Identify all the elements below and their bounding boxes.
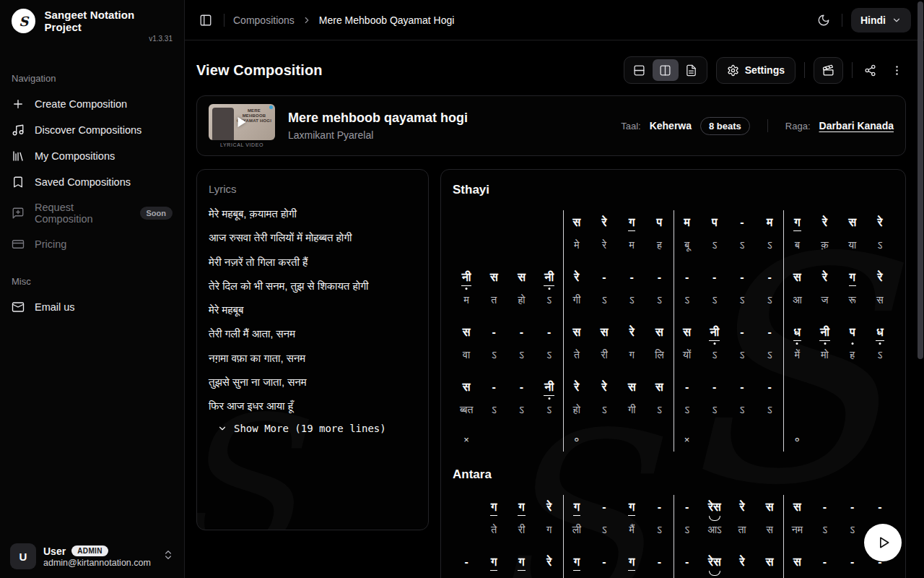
sidebar-item-create-composition[interactable]: Create Composition [0,91,184,117]
swara: - [767,379,772,395]
swara: - [601,269,606,285]
clapperboard-icon[interactable] [814,57,843,84]
notation-beat: नीऽ [536,379,563,418]
notation-beat: -ऽ [811,499,838,538]
view-document-icon[interactable] [679,59,705,81]
language-dropdown[interactable]: Hindi [851,8,911,33]
taal-marker [839,434,866,447]
notation-beat: गते [480,499,507,538]
lyric-line: तेरे दिल को भी सनम, तुझ से शिकायत होगी [209,279,417,293]
more-options-kebab-icon[interactable] [888,61,906,79]
lyric-syllable: ऽ [645,524,673,538]
breadcrumb-parent[interactable]: Compositions [233,14,295,26]
swara: नी [461,269,472,286]
lyric-syllable: ऽ [811,524,838,538]
notation-beat: गमैं [618,499,645,538]
lyric-syllable: ब्बत [453,404,480,418]
notation-beat: -ऽ [839,499,866,538]
notation-beat: -ऽ [756,324,783,363]
notation-beat: -ऽ [728,215,756,254]
lyric-syllable: ऽ [590,524,618,538]
app-logo-icon: S [12,9,35,33]
view-rows-icon[interactable] [627,59,653,81]
notation-beat: -ऽ [674,269,701,309]
soon-badge: Soon [140,207,173,220]
swara: - [657,269,662,285]
notation-beat: रेग [618,324,645,363]
sidebar-item-discover-compositions[interactable]: Discover Compositions [0,117,184,143]
notation-beat: गम [618,215,645,254]
notation-beat: -ऽ [728,269,756,309]
swara: प [656,215,663,230]
scrollbar-thumb[interactable] [918,1,923,359]
notation-beat: सगी [618,379,645,418]
swara: रे [876,269,883,285]
user-menu[interactable]: U User ADMIN admin@kirtannotation.com [0,535,184,578]
floating-play-button[interactable] [864,524,902,561]
notation-beat: -ऽ [618,269,645,309]
sidebar-item-my-compositions[interactable]: My Compositions [0,143,184,169]
notation-beat: समे [563,215,590,254]
notation-beat: गफ़ा [563,554,590,578]
lyric-syllable: वा [453,349,480,363]
lyric-syllable: री [507,524,535,538]
plus-icon [12,98,25,111]
swara: - [519,379,524,395]
lyric-syllable: ऽ [866,239,894,254]
notation-beat: -ऽ [728,379,756,418]
show-more-button[interactable]: Show More (19 more lines) [217,423,386,434]
taal-value: Keherwa [650,120,692,131]
notation-beat: रेता [728,499,756,538]
app-root: S Sangeet Notation Project v1.3.31 Navig… [0,0,924,578]
swara: ग [849,269,856,286]
taal-marker [618,434,645,447]
content-scroll-area: View Composition [185,40,924,578]
taal-marker [645,434,673,447]
sidebar-item-label: Pricing [35,238,66,250]
sidebar-item-request-composition[interactable]: Request CompositionSoon [0,195,184,231]
sidebar-item-email-us[interactable]: Email us [0,294,184,320]
taal-marker [811,434,838,447]
swara: - [684,499,689,515]
notation-beat: -ऽ [674,379,701,418]
swara: - [601,554,606,570]
lyric-syllable: ऽ [507,404,535,418]
lyric-syllable: हो [507,294,535,309]
lyric-syllable: ऽ [701,349,728,363]
swara: ध [876,324,884,341]
lyric-syllable: ऽ [480,404,507,418]
swara: ध [793,324,802,341]
taal-label: Taal: [621,121,640,131]
swara: - [850,554,855,570]
lyric-syllable: यों [674,349,701,363]
notation-beat: गका [618,554,645,578]
raga-link[interactable]: Darbari Kanada [819,120,894,131]
notation-beat [866,379,894,418]
view-columns-icon[interactable] [653,59,679,81]
sidebar-toggle-icon[interactable] [196,11,215,30]
music-note-icon [12,124,25,137]
lyric-syllable: ऽ [645,294,673,309]
app-logo-block[interactable]: S Sangeet Notation Project v1.3.31 [0,0,184,48]
theme-moon-icon[interactable] [814,11,833,30]
admin-badge: ADMIN [71,545,108,556]
share-icon[interactable] [861,61,879,79]
notation-beat: रेगी [563,269,590,309]
lyric-syllable: ह [839,349,866,363]
sidebar-item-pricing[interactable]: Pricing [0,231,184,257]
lyric-syllable: ऽ [536,404,563,418]
notation-beat [783,379,811,418]
divider [804,62,805,78]
taal-marker [756,434,783,447]
notation-beat: -ऽ [453,554,480,578]
lyric-syllable: ऽ [674,404,701,418]
notation-beat: सनम [783,554,811,578]
notation-section-sthayi: Sthayiसमेरेरेगमपहमबूपऽ-ऽमऽगबरेक़सयारेऽनी… [453,183,894,452]
notation-beat: गरी [507,499,535,538]
settings-button[interactable]: Settings [716,57,796,84]
video-thumbnail[interactable]: MERE MEHBOOB QAYAMAT HOGI [209,104,275,140]
notation-beat: मऽ [756,215,783,254]
sidebar-item-saved-compositions[interactable]: Saved Compositions [0,169,184,195]
lyric-syllable: ता [728,524,756,538]
notation-beat: -ऽ [480,379,507,418]
